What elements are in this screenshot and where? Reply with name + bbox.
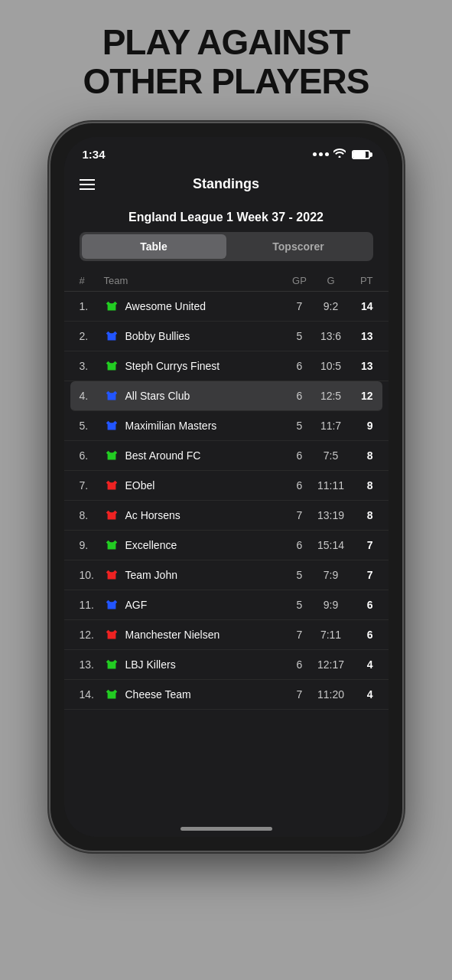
team-goals: 7:5 — [314, 449, 349, 462]
phone-screen: 1:34 Standings — [64, 137, 389, 837]
team-points: 9 — [349, 420, 373, 432]
table-row[interactable]: 7. EObel 6 11:11 8 — [64, 471, 389, 501]
team-points: 7 — [349, 569, 373, 581]
table-row[interactable]: 1. Awesome United 7 9:2 14 — [64, 292, 389, 322]
team-name: Awesome United — [125, 300, 286, 312]
team-goals: 12:5 — [314, 390, 349, 402]
jersey-icon — [104, 328, 119, 344]
status-icons — [313, 149, 370, 160]
team-points: 12 — [349, 390, 373, 402]
table-row[interactable]: 13. LBJ Killers 6 12:17 4 — [64, 650, 389, 680]
table-row[interactable]: 12. Manchester Nielsen 7 7:11 6 — [64, 620, 389, 650]
team-points: 8 — [349, 449, 373, 462]
jersey-icon — [104, 657, 119, 672]
table-row[interactable]: 14. Cheese Team 7 11:20 4 — [64, 680, 389, 710]
team-points: 13 — [349, 330, 373, 342]
table-row[interactable]: 9. Excellence 6 15:14 7 — [64, 531, 389, 560]
team-goals: 13:6 — [314, 330, 349, 342]
team-points: 8 — [349, 479, 373, 492]
team-goals: 7:11 — [314, 629, 349, 641]
team-points: 4 — [349, 658, 373, 671]
menu-button[interactable] — [80, 179, 95, 190]
team-points: 8 — [349, 509, 373, 521]
jersey-icon — [104, 627, 119, 642]
team-gp: 5 — [286, 420, 314, 432]
table-row[interactable]: 10. Team John 5 7:9 7 — [64, 560, 389, 590]
team-name: EObel — [125, 479, 286, 492]
team-goals: 7:9 — [314, 569, 349, 581]
team-points: 4 — [349, 688, 373, 701]
jersey-icon — [104, 358, 119, 374]
team-name: Ac Horsens — [125, 509, 286, 521]
app-header: Standings — [64, 167, 389, 201]
league-title: England League 1 Week 37 - 2022 — [64, 201, 389, 232]
table-row[interactable]: 8. Ac Horsens 7 13:19 8 — [64, 501, 389, 531]
team-gp: 6 — [286, 390, 314, 402]
jersey-icon — [104, 508, 119, 523]
rank-number: 2. — [80, 330, 98, 342]
rank-number: 12. — [80, 629, 98, 641]
team-gp: 6 — [286, 658, 314, 671]
team-name: All Stars Club — [125, 390, 286, 402]
team-goals: 11:7 — [314, 420, 349, 432]
team-gp: 7 — [286, 300, 314, 312]
table-row[interactable]: 4. All Stars Club 6 12:5 12 — [70, 381, 382, 411]
team-name: Best Around FC — [125, 449, 286, 462]
table-header: # Team GP G PT — [64, 270, 389, 292]
col-g-header: G — [314, 275, 349, 286]
table-row[interactable]: 3. Steph Currys Finest 6 10:5 13 — [64, 351, 389, 381]
team-name: AGF — [125, 599, 286, 611]
team-goals: 12:17 — [314, 658, 349, 671]
team-name: Manchester Nielsen — [125, 629, 286, 641]
team-gp: 5 — [286, 569, 314, 581]
table-row[interactable]: 2. Bobby Bullies 5 13:6 13 — [64, 322, 389, 351]
status-bar: 1:34 — [64, 137, 389, 167]
team-goals: 11:20 — [314, 688, 349, 701]
rank-number: 7. — [80, 479, 98, 492]
col-gp-header: GP — [286, 275, 314, 286]
headline: PLAY AGAINST OTHER PLAYERS — [83, 23, 369, 100]
team-goals: 11:11 — [314, 479, 349, 492]
jersey-icon — [104, 448, 119, 463]
team-name: LBJ Killers — [125, 658, 286, 671]
team-gp: 6 — [286, 360, 314, 372]
jersey-icon — [104, 567, 119, 583]
rank-number: 6. — [80, 449, 98, 462]
header-title: Standings — [193, 176, 259, 192]
team-name: Cheese Team — [125, 688, 286, 701]
col-team-header: Team — [98, 275, 286, 286]
jersey-icon — [104, 299, 119, 314]
wifi-icon — [333, 149, 346, 160]
team-gp: 7 — [286, 509, 314, 521]
battery-icon — [352, 150, 370, 159]
team-points: 6 — [349, 599, 373, 611]
signal-icon — [313, 152, 329, 156]
table-row[interactable]: 11. AGF 5 9:9 6 — [64, 590, 389, 620]
jersey-icon — [104, 418, 119, 433]
team-name: Maximilian Masters — [125, 420, 286, 432]
rank-number: 3. — [80, 360, 98, 372]
rank-number: 11. — [80, 599, 98, 611]
team-gp: 5 — [286, 330, 314, 342]
headline-line2: OTHER PLAYERS — [83, 61, 369, 101]
tab-topscorer[interactable]: Topscorer — [226, 234, 371, 259]
table-row[interactable]: 5. Maximilian Masters 5 11:7 9 — [64, 411, 389, 441]
tab-switcher: Table Topscorer — [80, 232, 373, 261]
team-goals: 10:5 — [314, 360, 349, 372]
home-bar — [180, 827, 272, 831]
jersey-icon — [104, 597, 119, 612]
rank-number: 14. — [80, 688, 98, 701]
table-row[interactable]: 6. Best Around FC 6 7:5 8 — [64, 441, 389, 471]
tab-table[interactable]: Table — [82, 234, 226, 259]
status-time: 1:34 — [83, 148, 106, 161]
team-gp: 5 — [286, 599, 314, 611]
headline-line1: PLAY AGAINST — [102, 22, 350, 62]
rank-number: 10. — [80, 569, 98, 581]
rank-number: 13. — [80, 658, 98, 671]
rank-number: 1. — [80, 300, 98, 312]
team-name: Team John — [125, 569, 286, 581]
jersey-icon — [104, 537, 119, 553]
team-points: 14 — [349, 300, 373, 312]
col-rank-header: # — [80, 275, 98, 286]
home-indicator — [64, 821, 389, 837]
